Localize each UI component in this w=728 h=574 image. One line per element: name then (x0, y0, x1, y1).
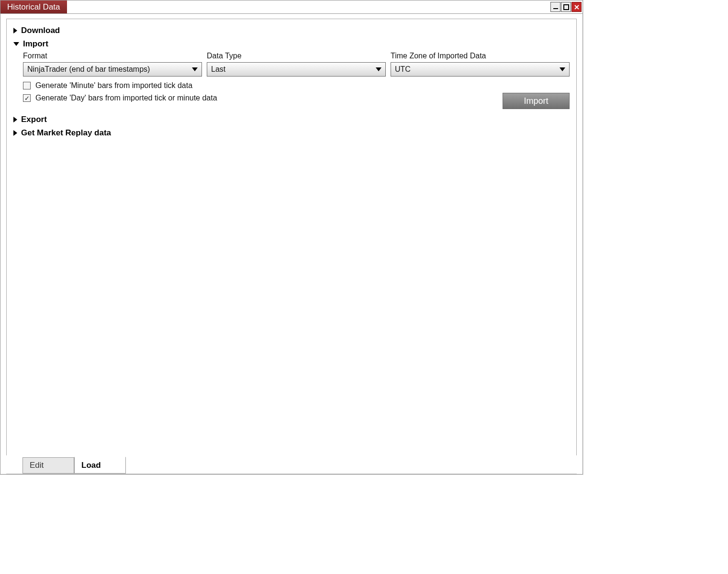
chevron-down-icon (192, 67, 198, 71)
tab-load[interactable]: Load (74, 457, 126, 474)
chevron-down-icon (560, 67, 565, 71)
label-timezone: Time Zone of Imported Data (391, 52, 570, 60)
combo-timezone[interactable]: UTC (391, 62, 570, 77)
svg-rect-1 (564, 5, 569, 10)
checkbox-day[interactable]: ✓ (23, 94, 31, 102)
maximize-button[interactable] (561, 2, 571, 12)
label-datatype: Data Type (207, 52, 386, 60)
bottom-border (6, 474, 577, 474)
content-area: Download Import Format NinjaTrader (end … (0, 14, 582, 474)
section-import-label: Import (23, 39, 48, 49)
chevron-right-icon (13, 130, 17, 136)
window-controls (550, 0, 582, 13)
section-export-label: Export (21, 115, 47, 124)
window-title: Historical Data (0, 0, 67, 13)
section-download[interactable]: Download (13, 24, 570, 37)
chevron-down-icon (376, 67, 381, 71)
import-field-row: Format NinjaTrader (end of bar timestamp… (23, 52, 570, 77)
titlebar-spacer (67, 0, 550, 13)
section-replay[interactable]: Get Market Replay data (13, 126, 570, 140)
close-button[interactable] (571, 2, 582, 12)
minimize-icon (553, 4, 559, 10)
section-import[interactable]: Import (13, 37, 570, 51)
combo-datatype[interactable]: Last (207, 62, 386, 77)
titlebar: Historical Data (0, 0, 582, 14)
maximize-icon (563, 4, 569, 10)
close-icon (574, 4, 580, 10)
historical-data-window: Historical Data Download Import (0, 0, 583, 475)
tab-edit[interactable]: Edit (22, 457, 74, 474)
checkbox-minute[interactable] (23, 82, 31, 89)
combo-format-value: NinjaTrader (end of bar timestamps) (27, 65, 150, 74)
import-body: Format NinjaTrader (end of bar timestamp… (13, 51, 570, 109)
import-button[interactable]: Import (503, 93, 570, 109)
chevron-right-icon (13, 28, 17, 33)
bottom-tabs: Edit Load (6, 455, 577, 474)
content-panel: Download Import Format NinjaTrader (end … (6, 19, 577, 456)
combo-timezone-value: UTC (395, 65, 411, 74)
field-format: Format NinjaTrader (end of bar timestamp… (23, 52, 202, 77)
field-datatype: Data Type Last (207, 52, 386, 77)
chevron-right-icon (13, 117, 17, 122)
svg-rect-0 (553, 8, 558, 9)
combo-datatype-value: Last (211, 65, 225, 74)
minimize-button[interactable] (550, 2, 560, 12)
chevron-down-icon (13, 42, 19, 46)
checkbox-minute-label: Generate 'Minute' bars from imported tic… (35, 81, 192, 90)
section-export[interactable]: Export (13, 113, 570, 126)
label-format: Format (23, 52, 202, 60)
combo-format[interactable]: NinjaTrader (end of bar timestamps) (23, 62, 202, 77)
section-replay-label: Get Market Replay data (21, 128, 111, 138)
field-timezone: Time Zone of Imported Data UTC (391, 52, 570, 77)
section-download-label: Download (21, 26, 60, 35)
checkbox-day-label: Generate 'Day' bars from imported tick o… (35, 94, 217, 102)
checkbox-minute-row: Generate 'Minute' bars from imported tic… (23, 81, 570, 90)
